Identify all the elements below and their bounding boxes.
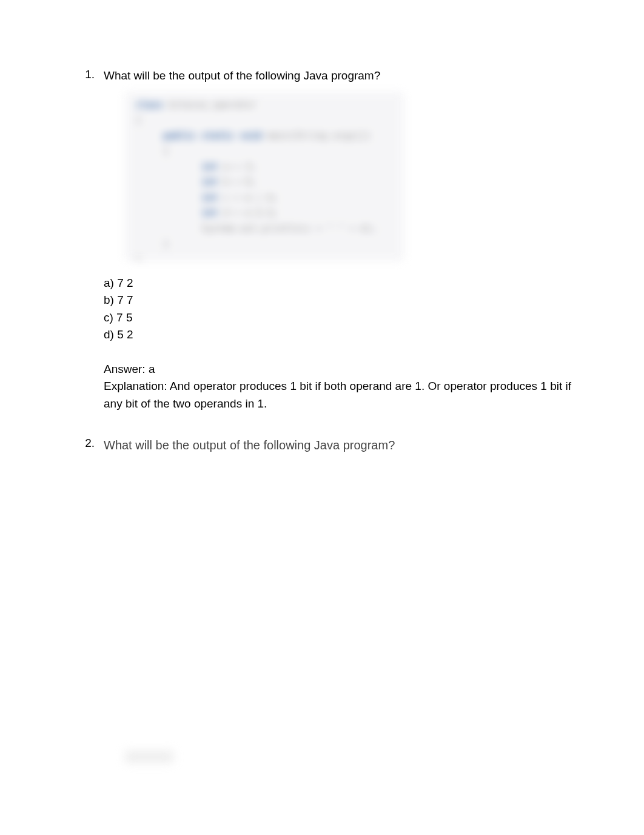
- question-header: 1. What will be the output of the follow…: [82, 68, 583, 84]
- code-snippet-blurred: class bitwise_operator { public static v…: [125, 92, 404, 261]
- answer-block: Answer: a Explanation: And operator prod…: [104, 361, 583, 413]
- options-list: a) 7 2 b) 7 7 c) 7 5 d) 5 2: [104, 275, 583, 344]
- question-1: 1. What will be the output of the follow…: [82, 68, 583, 412]
- option-c: c) 7 5: [104, 309, 583, 327]
- question-number: 1.: [82, 68, 95, 84]
- answer-label: Answer: a: [104, 361, 583, 378]
- option-b: b) 7 7: [104, 292, 583, 309]
- question-number: 2.: [82, 437, 95, 454]
- option-d: d) 5 2: [104, 326, 583, 344]
- question-header: 2. What will be the output of the follow…: [82, 437, 583, 454]
- question-prompt: What will be the output of the following…: [104, 437, 395, 454]
- footer-smudge: [125, 751, 173, 763]
- explanation-text: Explanation: And operator produces 1 bit…: [104, 378, 583, 412]
- question-prompt: What will be the output of the following…: [104, 68, 380, 84]
- question-2: 2. What will be the output of the follow…: [82, 437, 583, 454]
- option-a: a) 7 2: [104, 275, 583, 292]
